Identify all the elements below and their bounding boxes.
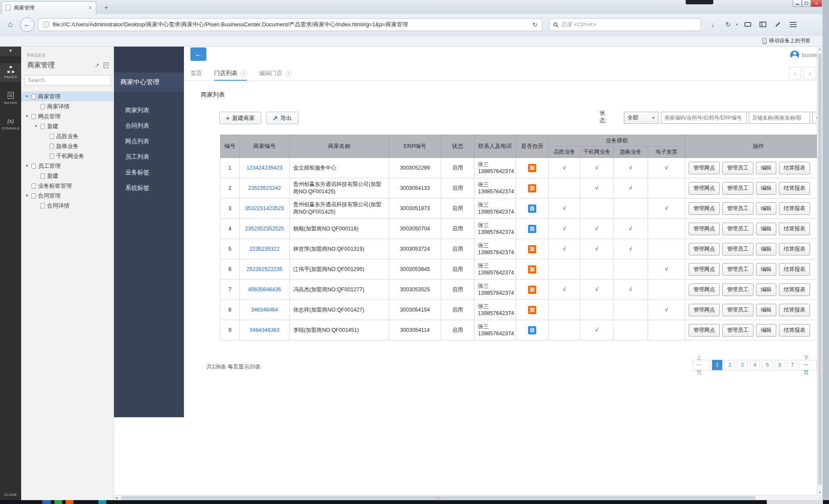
sidebar-item[interactable]: 员工列表 xyxy=(114,149,184,165)
horizontal-scrollbar[interactable]: ◀ xyxy=(114,495,817,500)
reload-icon[interactable]: ↻ xyxy=(532,21,538,28)
new-merchant-button[interactable]: + 新建商家 xyxy=(219,112,261,124)
tree-item[interactable]: 急唤业务 xyxy=(21,141,114,151)
action-button[interactable]: 管理网点 xyxy=(689,223,720,235)
tree-item[interactable]: 新建 xyxy=(21,171,114,181)
action-button[interactable]: 结算报表 xyxy=(779,243,810,255)
merchant-id-link[interactable]: 2352352352525 xyxy=(240,219,290,239)
merchant-id-link[interactable]: 45635646436 xyxy=(240,280,290,300)
tree-item[interactable]: ▼员工管理 xyxy=(21,161,114,171)
page-number[interactable]: 7 xyxy=(787,360,797,370)
rail-item-pages[interactable]: PAGES xyxy=(0,63,21,82)
action-button[interactable]: 管理员工 xyxy=(722,182,753,195)
page-tab[interactable]: 门店列表× xyxy=(214,66,247,81)
action-button[interactable]: 管理员工 xyxy=(722,243,753,255)
mobile-bookmarks-label[interactable]: 移动设备上的书签 xyxy=(769,37,810,44)
action-button[interactable]: 管理员工 xyxy=(722,202,753,215)
action-button[interactable]: 管理员工 xyxy=(722,324,753,337)
action-button[interactable]: 管理网点 xyxy=(689,284,720,296)
browser-tab[interactable]: 商家管理 × xyxy=(1,1,96,14)
sidebar-item[interactable]: 系统标签 xyxy=(114,180,184,196)
action-button[interactable]: 编辑 xyxy=(756,284,776,296)
open-external-icon[interactable]: ↗ xyxy=(95,62,99,69)
sidebar-item[interactable]: 网点列表 xyxy=(114,134,184,149)
tabs-scroll-right-button[interactable]: › xyxy=(804,67,816,79)
action-button[interactable]: 管理员工 xyxy=(722,284,753,296)
merchant-id-link[interactable]: 23523523242 xyxy=(240,178,290,198)
sidebar-item[interactable]: 业务标签 xyxy=(114,165,184,180)
action-button[interactable]: 编辑 xyxy=(756,182,776,195)
close-icon[interactable]: × xyxy=(285,70,292,77)
tree-item[interactable]: 商家详情 xyxy=(21,101,114,111)
sidebar-panel-icon[interactable] xyxy=(757,19,769,30)
add-page-icon[interactable] xyxy=(104,63,108,68)
merchant-id-link[interactable]: 123424235423 xyxy=(240,158,290,178)
merchant-id-link[interactable]: 346346464 xyxy=(240,300,290,320)
caret-down-icon[interactable]: ▼ xyxy=(25,164,29,168)
vertical-scrollbar[interactable]: ▲ ▼ xyxy=(817,47,823,495)
page-number[interactable]: 1 xyxy=(712,360,722,370)
action-button[interactable]: 管理网点 xyxy=(689,202,720,215)
merchant-code-filter-input[interactable] xyxy=(661,112,747,124)
action-button[interactable]: 结算报表 xyxy=(779,284,810,296)
action-button[interactable]: 结算报表 xyxy=(779,223,810,235)
export-button[interactable]: ↗ 导出 xyxy=(266,112,298,124)
scroll-up-icon[interactable]: ▲ xyxy=(817,47,823,50)
action-button[interactable]: 管理员工 xyxy=(722,223,753,235)
horizontal-scrollbar-thumb[interactable] xyxy=(121,496,756,500)
tree-item[interactable]: ▼合同管理 xyxy=(21,191,114,201)
action-button[interactable]: 管理网点 xyxy=(689,304,720,316)
caret-down-icon[interactable]: ▼ xyxy=(25,194,29,198)
action-button[interactable]: 结算报表 xyxy=(779,162,810,174)
collapse-chevron-icon[interactable]: ▼ xyxy=(0,47,21,56)
menu-icon[interactable] xyxy=(788,19,799,30)
scroll-left-icon[interactable]: ◀ xyxy=(115,496,117,500)
tabs-scroll-left-button[interactable]: ‹ xyxy=(789,67,801,79)
caret-down-icon[interactable]: ▼ xyxy=(25,94,29,98)
vertical-scrollbar-thumb[interactable] xyxy=(818,54,822,485)
next-page-button[interactable]: 下一页 xyxy=(800,360,817,370)
merchant-id-link[interactable]: 3464346363 xyxy=(240,320,290,340)
close-window-button[interactable]: × xyxy=(811,0,822,7)
merchant-id-link[interactable]: 3532231423523 xyxy=(240,198,290,219)
tab-close-icon[interactable]: × xyxy=(89,5,92,11)
tree-item[interactable]: ▼网点管理 xyxy=(21,111,114,121)
new-tab-button[interactable]: + xyxy=(100,4,112,12)
action-button[interactable]: 管理网点 xyxy=(689,162,720,174)
action-button[interactable]: 管理员工 xyxy=(722,162,753,174)
rail-item-notes[interactable]: NOTES xyxy=(0,89,21,108)
caret-down-icon[interactable]: ▼ xyxy=(34,124,38,128)
action-button[interactable]: 编辑 xyxy=(756,162,776,174)
rail-close-button[interactable]: CLOSE xyxy=(0,493,21,497)
pen-icon[interactable] xyxy=(772,19,784,30)
page-number[interactable]: 3 xyxy=(737,360,747,370)
sync-icon[interactable]: ↻ xyxy=(722,19,734,30)
store-name-filter-input[interactable] xyxy=(749,112,810,124)
page-tab[interactable]: 首页 xyxy=(190,66,202,81)
taskbar-tray[interactable] xyxy=(767,500,823,504)
action-button[interactable]: 管理网点 xyxy=(689,243,720,255)
tree-item[interactable]: 业务标签管理 xyxy=(21,181,114,191)
browser-back-button[interactable]: ← xyxy=(20,17,35,32)
merchant-id-link[interactable]: 252352522235 xyxy=(240,259,290,280)
sidebar-item[interactable]: 合同列表 xyxy=(114,118,184,134)
taskbar-app-icon[interactable] xyxy=(42,500,51,504)
downloads-icon[interactable]: ↓ xyxy=(707,19,718,30)
action-button[interactable]: 编辑 xyxy=(756,202,776,215)
prev-page-button[interactable]: 上一页 xyxy=(693,360,710,370)
minimize-button[interactable] xyxy=(793,0,802,7)
browser-search-bar[interactable]: 百度 <Ctrl+K> xyxy=(549,18,701,31)
action-button[interactable]: 编辑 xyxy=(756,223,776,235)
taskbar-app-icon[interactable] xyxy=(54,500,62,504)
close-icon[interactable]: × xyxy=(240,70,247,77)
back-button[interactable]: ← xyxy=(190,47,206,61)
action-button[interactable]: 管理网点 xyxy=(689,324,720,337)
rail-item-console[interactable]: (x) CONSOLE xyxy=(0,115,21,133)
taskbar-app-icon[interactable] xyxy=(98,500,106,504)
tree-item[interactable]: 合同详情 xyxy=(21,201,114,211)
sync-caret-icon[interactable]: ▼ xyxy=(735,23,738,26)
taskbar-app-icon[interactable] xyxy=(66,500,73,504)
action-button[interactable]: 管理网点 xyxy=(689,182,720,195)
sidebar-item[interactable]: 商家列表 xyxy=(114,103,184,118)
page-number[interactable]: 2 xyxy=(725,360,735,370)
